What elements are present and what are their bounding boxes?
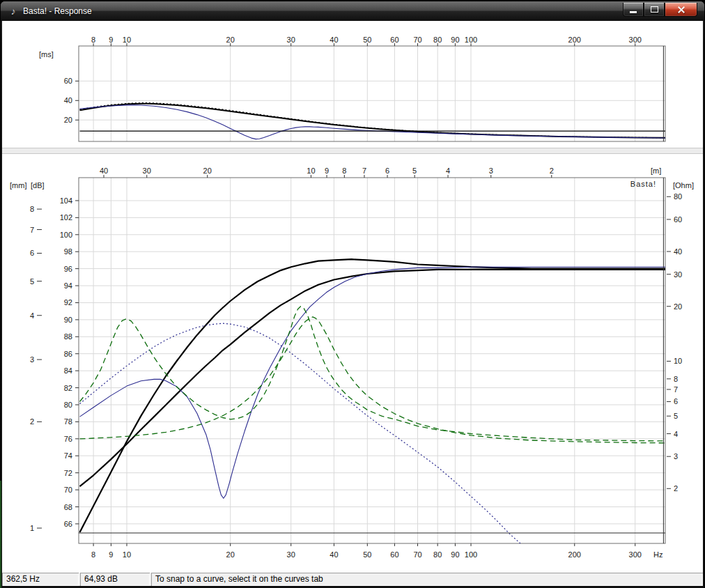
y-tick-label: 30: [674, 270, 682, 279]
x-tick-label: 90: [451, 550, 459, 559]
desktop-sliver: [0, 481, 1, 588]
wavelength-tick-label: 3: [489, 167, 493, 175]
x-tick-label: 100: [465, 550, 477, 559]
grid: [79, 178, 665, 543]
chart-divider: [2, 148, 703, 154]
y-tick-label: 82: [64, 384, 72, 392]
y-tick-label: 86: [64, 350, 72, 358]
wavelength-tick-label: 30: [143, 167, 151, 175]
y-tick-label: 90: [64, 316, 72, 324]
wavelength-tick-label: 7: [362, 167, 366, 175]
wavelength-tick-label: 4: [446, 167, 450, 175]
y-tick-label: 88: [64, 332, 72, 341]
wavelength-tick-label: 2: [550, 167, 554, 175]
titlebar[interactable]: ♪ Basta! - Response: [1, 1, 704, 21]
desktop: ♪ Basta! - Response 89102030405060708090…: [0, 0, 705, 588]
grid: [79, 46, 665, 141]
wavelength-tick-label: 5: [412, 167, 417, 175]
x-tick-label: 100: [465, 36, 477, 44]
x-tick-label: 8: [91, 550, 95, 559]
y-tick-label: 10: [674, 357, 682, 365]
y-tick-label: 3: [30, 355, 34, 364]
window-title: Basta! - Response: [23, 1, 92, 21]
x-tick-label: 30: [287, 36, 295, 44]
x-tick-label: 50: [363, 550, 371, 559]
x-tick-label: 8: [91, 36, 95, 44]
wavelength-tick-label: 6: [385, 167, 389, 175]
y-tick-label: 60: [674, 215, 682, 224]
y-axis-unit: [Ohm]: [673, 181, 694, 189]
y-axis-unit: [mm]: [10, 181, 26, 189]
plot-frame: [79, 178, 665, 543]
time-response-chart[interactable]: 89102030405060708090100200300204060[ms]: [6, 23, 699, 148]
x-tick-label: 40: [330, 550, 338, 559]
wavelength-tick-label: 9: [325, 167, 329, 175]
status-cursor-frequency: 362,5 Hz: [2, 573, 79, 586]
series-group-delay-blue[interactable]: [80, 105, 666, 139]
series-group-delay-thick[interactable]: [80, 104, 666, 138]
y-tick-label: 76: [64, 435, 72, 443]
y-axis-db: 1041021009896949290888684828078767472706…: [31, 181, 79, 528]
x-axis-unit: Hz: [653, 550, 663, 559]
wavelength-tick-label: 10: [307, 167, 315, 175]
y-tick-label: 2: [674, 484, 678, 493]
y-tick-label: 7: [674, 385, 678, 394]
y-tick-label: 80: [64, 401, 72, 409]
y-tick-label: 7: [30, 226, 34, 234]
y-tick-label: 20: [674, 302, 682, 311]
maximize-icon: [651, 6, 658, 13]
y-tick-label: 1: [30, 524, 34, 532]
x-tick-label: 10: [123, 36, 131, 44]
close-button[interactable]: [665, 3, 697, 17]
wavelength-tick-label: 8: [342, 167, 346, 175]
app-icon[interactable]: ♪: [8, 6, 19, 17]
series-excursion-dotted[interactable]: [80, 323, 530, 551]
y-tick-label: 78: [64, 417, 72, 426]
y-tick-label: 104: [60, 196, 72, 205]
x-axis: 89102030405060708090100200300: [91, 36, 642, 46]
y-tick-label: 4: [30, 311, 34, 320]
x-tick-label: 300: [629, 550, 642, 559]
y-tick-label: 68: [64, 503, 72, 511]
x-tick-label: 300: [629, 36, 642, 44]
series-impedance-sealed[interactable]: [80, 317, 666, 443]
wavelength-tick-label: 20: [203, 167, 212, 175]
x-tick-label: 40: [330, 36, 338, 44]
x-tick-label: 9: [109, 550, 113, 559]
y-tick-label: 60: [64, 77, 72, 85]
y-tick-label: 96: [64, 265, 72, 273]
y-tick-label: 80: [674, 192, 682, 201]
watermark: Basta!: [630, 180, 656, 188]
y-tick-label: 8: [30, 205, 34, 213]
x-tick-label: 9: [109, 36, 113, 44]
x-axis: 89102030405060708090100200300Hz: [91, 543, 663, 559]
y-tick-label: 40: [674, 247, 682, 256]
x-tick-label: 10: [123, 550, 131, 559]
y-tick-label: 6: [674, 397, 678, 405]
status-cursor-level: 64,93 dB: [80, 573, 150, 586]
x-tick-label: 20: [226, 36, 235, 44]
maximize-button[interactable]: [644, 3, 665, 17]
minimize-button[interactable]: [623, 3, 644, 17]
x-tick-label: 20: [226, 550, 235, 559]
plot-frame: [79, 46, 665, 141]
close-icon: [677, 6, 685, 14]
y-tick-label: 4: [674, 430, 678, 438]
x-tick-label: 50: [363, 36, 371, 44]
y-tick-label: 20: [64, 116, 72, 124]
wavelength-tick-label: 40: [100, 167, 108, 175]
y-tick-label: 84: [64, 366, 72, 375]
wavelength-axis-unit: [m]: [651, 167, 661, 175]
wavelength-axis: 4030201098765432[m]: [100, 167, 661, 178]
frequency-response-chart[interactable]: Basta!89102030405060708090100200300Hz403…: [6, 154, 699, 572]
y-axis-mm: 87654321[mm]: [10, 181, 42, 532]
y-tick-label: 5: [674, 412, 678, 420]
y-axis-ohm: 8060403020108765432[Ohm]: [667, 181, 694, 493]
minimize-icon: [630, 11, 637, 13]
x-tick-label: 70: [413, 36, 421, 44]
series-spl-vented[interactable]: [80, 259, 666, 532]
series-spl-sealed[interactable]: [80, 270, 666, 486]
series-spl-driver-blue[interactable]: [80, 267, 666, 498]
y-axis-unit: [ms]: [39, 50, 54, 59]
y-tick-label: 98: [64, 247, 72, 256]
